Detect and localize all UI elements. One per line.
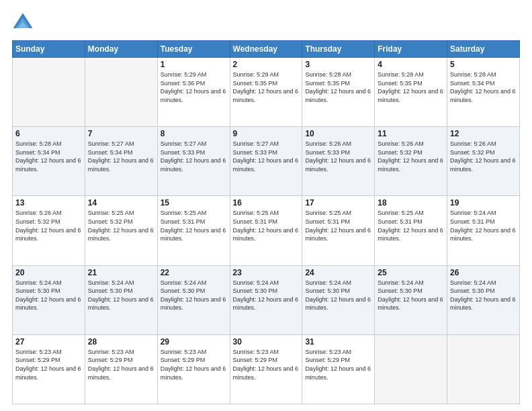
- calendar-cell: 11Sunrise: 5:26 AMSunset: 5:32 PMDayligh…: [375, 127, 447, 196]
- calendar-cell: 12Sunrise: 5:26 AMSunset: 5:32 PMDayligh…: [447, 127, 520, 196]
- day-info: Sunrise: 5:26 AMSunset: 5:32 PMDaylight:…: [378, 140, 444, 173]
- day-info: Sunrise: 5:23 AMSunset: 5:29 PMDaylight:…: [161, 348, 227, 381]
- calendar-cell: 4Sunrise: 5:28 AMSunset: 5:35 PMDaylight…: [375, 58, 447, 127]
- day-number: 15: [161, 198, 227, 208]
- day-info: Sunrise: 5:26 AMSunset: 5:32 PMDaylight:…: [450, 140, 517, 173]
- header: [12, 12, 520, 34]
- day-info: Sunrise: 5:27 AMSunset: 5:33 PMDaylight:…: [233, 140, 300, 173]
- calendar-cell: 2Sunrise: 5:29 AMSunset: 5:35 PMDaylight…: [230, 58, 302, 127]
- day-info: Sunrise: 5:24 AMSunset: 5:30 PMDaylight:…: [378, 279, 444, 312]
- day-info: Sunrise: 5:27 AMSunset: 5:33 PMDaylight:…: [161, 140, 227, 173]
- day-info: Sunrise: 5:24 AMSunset: 5:30 PMDaylight:…: [305, 279, 371, 312]
- day-number: 28: [88, 337, 154, 347]
- day-number: 14: [88, 198, 154, 208]
- header-row: SundayMondayTuesdayWednesdayThursdayFrid…: [13, 41, 520, 58]
- day-info: Sunrise: 5:25 AMSunset: 5:32 PMDaylight:…: [88, 209, 154, 242]
- day-number: 3: [305, 60, 371, 69]
- day-number: 2: [233, 60, 300, 69]
- week-row-4: 20Sunrise: 5:24 AMSunset: 5:30 PMDayligh…: [13, 265, 520, 334]
- calendar-cell: [13, 58, 85, 127]
- day-info: Sunrise: 5:27 AMSunset: 5:34 PMDaylight:…: [88, 140, 154, 173]
- day-number: 17: [305, 198, 371, 208]
- day-number: 30: [233, 337, 300, 347]
- calendar-cell: 26Sunrise: 5:24 AMSunset: 5:30 PMDayligh…: [447, 265, 520, 334]
- day-header-tuesday: Tuesday: [157, 41, 230, 58]
- calendar-cell: 23Sunrise: 5:24 AMSunset: 5:30 PMDayligh…: [230, 265, 302, 334]
- calendar-cell: [447, 334, 520, 404]
- calendar-cell: 3Sunrise: 5:28 AMSunset: 5:35 PMDaylight…: [302, 58, 375, 127]
- day-number: 6: [15, 129, 82, 138]
- day-number: 31: [305, 337, 371, 347]
- day-info: Sunrise: 5:23 AMSunset: 5:29 PMDaylight:…: [88, 348, 154, 381]
- day-info: Sunrise: 5:28 AMSunset: 5:34 PMDaylight:…: [15, 140, 82, 173]
- day-number: 7: [88, 129, 154, 138]
- calendar-cell: 29Sunrise: 5:23 AMSunset: 5:29 PMDayligh…: [157, 334, 230, 404]
- calendar-cell: 14Sunrise: 5:25 AMSunset: 5:32 PMDayligh…: [85, 196, 157, 265]
- day-info: Sunrise: 5:29 AMSunset: 5:36 PMDaylight:…: [161, 71, 227, 104]
- calendar-cell: 21Sunrise: 5:24 AMSunset: 5:30 PMDayligh…: [85, 265, 157, 334]
- calendar-cell: 1Sunrise: 5:29 AMSunset: 5:36 PMDaylight…: [157, 58, 230, 127]
- day-number: 26: [450, 268, 517, 277]
- day-number: 16: [233, 198, 300, 208]
- day-info: Sunrise: 5:23 AMSunset: 5:29 PMDaylight:…: [15, 348, 82, 381]
- logo: [12, 12, 36, 34]
- calendar-cell: 24Sunrise: 5:24 AMSunset: 5:30 PMDayligh…: [302, 265, 375, 334]
- day-info: Sunrise: 5:24 AMSunset: 5:30 PMDaylight:…: [233, 279, 300, 312]
- calendar-cell: 8Sunrise: 5:27 AMSunset: 5:33 PMDaylight…: [157, 127, 230, 196]
- calendar-cell: 7Sunrise: 5:27 AMSunset: 5:34 PMDaylight…: [85, 127, 157, 196]
- calendar-cell: 22Sunrise: 5:24 AMSunset: 5:30 PMDayligh…: [157, 265, 230, 334]
- calendar-cell: 10Sunrise: 5:26 AMSunset: 5:33 PMDayligh…: [302, 127, 375, 196]
- day-header-saturday: Saturday: [447, 41, 520, 58]
- calendar-cell: 17Sunrise: 5:25 AMSunset: 5:31 PMDayligh…: [302, 196, 375, 265]
- page: SundayMondayTuesdayWednesdayThursdayFrid…: [0, 0, 532, 411]
- day-number: 12: [450, 129, 517, 138]
- calendar-cell: [85, 58, 157, 127]
- day-info: Sunrise: 5:23 AMSunset: 5:29 PMDaylight:…: [233, 348, 300, 381]
- day-number: 19: [450, 198, 517, 208]
- day-number: 21: [88, 268, 154, 277]
- calendar-cell: 13Sunrise: 5:26 AMSunset: 5:32 PMDayligh…: [13, 196, 85, 265]
- day-info: Sunrise: 5:24 AMSunset: 5:30 PMDaylight:…: [88, 279, 154, 312]
- day-number: 27: [15, 337, 82, 347]
- day-info: Sunrise: 5:24 AMSunset: 5:30 PMDaylight:…: [15, 279, 82, 312]
- day-number: 5: [450, 60, 517, 69]
- calendar-cell: 25Sunrise: 5:24 AMSunset: 5:30 PMDayligh…: [375, 265, 447, 334]
- day-number: 9: [233, 129, 300, 138]
- day-number: 8: [161, 129, 227, 138]
- calendar-cell: 20Sunrise: 5:24 AMSunset: 5:30 PMDayligh…: [13, 265, 85, 334]
- day-info: Sunrise: 5:26 AMSunset: 5:33 PMDaylight:…: [305, 140, 371, 173]
- day-number: 29: [161, 337, 227, 347]
- day-number: 20: [15, 268, 82, 277]
- day-number: 22: [161, 268, 227, 277]
- calendar-cell: 9Sunrise: 5:27 AMSunset: 5:33 PMDaylight…: [230, 127, 302, 196]
- calendar-cell: 30Sunrise: 5:23 AMSunset: 5:29 PMDayligh…: [230, 334, 302, 404]
- week-row-2: 6Sunrise: 5:28 AMSunset: 5:34 PMDaylight…: [13, 127, 520, 196]
- calendar-cell: 18Sunrise: 5:25 AMSunset: 5:31 PMDayligh…: [375, 196, 447, 265]
- day-info: Sunrise: 5:26 AMSunset: 5:32 PMDaylight:…: [15, 209, 82, 242]
- day-info: Sunrise: 5:28 AMSunset: 5:34 PMDaylight:…: [450, 71, 517, 104]
- day-info: Sunrise: 5:29 AMSunset: 5:35 PMDaylight:…: [233, 71, 300, 104]
- day-info: Sunrise: 5:28 AMSunset: 5:35 PMDaylight:…: [305, 71, 371, 104]
- day-number: 23: [233, 268, 300, 277]
- calendar-cell: 5Sunrise: 5:28 AMSunset: 5:34 PMDaylight…: [447, 58, 520, 127]
- day-info: Sunrise: 5:24 AMSunset: 5:30 PMDaylight:…: [450, 279, 517, 312]
- day-info: Sunrise: 5:25 AMSunset: 5:31 PMDaylight:…: [233, 209, 300, 242]
- day-number: 1: [161, 60, 227, 69]
- day-number: 4: [378, 60, 444, 69]
- calendar-cell: 15Sunrise: 5:25 AMSunset: 5:31 PMDayligh…: [157, 196, 230, 265]
- calendar-table: SundayMondayTuesdayWednesdayThursdayFrid…: [12, 40, 520, 404]
- calendar-cell: 27Sunrise: 5:23 AMSunset: 5:29 PMDayligh…: [13, 334, 85, 404]
- day-header-thursday: Thursday: [302, 41, 375, 58]
- week-row-3: 13Sunrise: 5:26 AMSunset: 5:32 PMDayligh…: [13, 196, 520, 265]
- calendar-cell: 16Sunrise: 5:25 AMSunset: 5:31 PMDayligh…: [230, 196, 302, 265]
- day-number: 25: [378, 268, 444, 277]
- week-row-1: 1Sunrise: 5:29 AMSunset: 5:36 PMDaylight…: [13, 58, 520, 127]
- calendar-cell: [375, 334, 447, 404]
- day-number: 10: [305, 129, 371, 138]
- calendar-cell: 31Sunrise: 5:23 AMSunset: 5:29 PMDayligh…: [302, 334, 375, 404]
- day-info: Sunrise: 5:25 AMSunset: 5:31 PMDaylight:…: [161, 209, 227, 242]
- day-info: Sunrise: 5:25 AMSunset: 5:31 PMDaylight:…: [305, 209, 371, 242]
- week-row-5: 27Sunrise: 5:23 AMSunset: 5:29 PMDayligh…: [13, 334, 520, 404]
- calendar-cell: 19Sunrise: 5:24 AMSunset: 5:31 PMDayligh…: [447, 196, 520, 265]
- day-header-friday: Friday: [375, 41, 447, 58]
